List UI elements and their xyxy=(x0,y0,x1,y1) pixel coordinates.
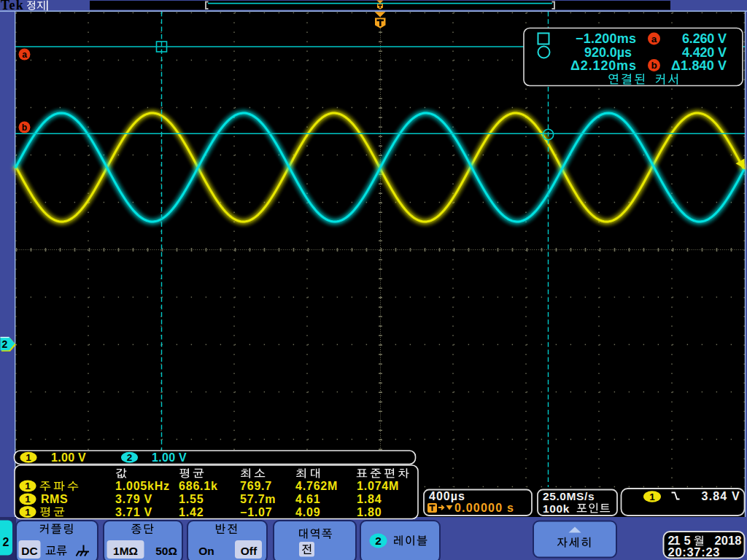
svg-text:6.260 V: 6.260 V xyxy=(682,31,727,46)
svg-text:RMS: RMS xyxy=(41,493,68,505)
svg-text:1: 1 xyxy=(26,452,31,463)
svg-text:b: b xyxy=(22,122,27,133)
svg-text:4.762M: 4.762M xyxy=(295,480,338,492)
svg-text:1.84: 1.84 xyxy=(357,493,382,505)
svg-text:25.0MS/s: 25.0MS/s xyxy=(543,490,595,502)
svg-text:1: 1 xyxy=(25,481,31,491)
svg-text:On: On xyxy=(198,545,214,557)
svg-text:Δ2.120ms: Δ2.120ms xyxy=(570,58,636,73)
svg-text:4.61: 4.61 xyxy=(295,493,320,505)
svg-text:2: 2 xyxy=(3,536,9,548)
svg-text:−1.200ms: −1.200ms xyxy=(576,31,636,46)
svg-text:1.80: 1.80 xyxy=(357,506,382,518)
svg-text:920.0µs: 920.0µs xyxy=(584,45,632,60)
svg-text:a: a xyxy=(22,50,27,60)
svg-text:1.00 V: 1.00 V xyxy=(51,451,86,464)
svg-text:400µs: 400µs xyxy=(429,490,465,502)
svg-text:4.09: 4.09 xyxy=(295,506,320,518)
svg-text:Tek: Tek xyxy=(1,0,24,12)
svg-text:1: 1 xyxy=(25,507,31,518)
svg-text:57.7m: 57.7m xyxy=(240,493,276,505)
svg-text:20:37:23: 20:37:23 xyxy=(668,545,720,559)
svg-text:b: b xyxy=(651,60,657,71)
svg-text:Off: Off xyxy=(241,545,258,557)
svg-text:a: a xyxy=(651,34,657,44)
svg-text:769.7: 769.7 xyxy=(240,480,272,492)
svg-text:3.79 V: 3.79 V xyxy=(115,493,152,505)
svg-text:0.00000 s: 0.00000 s xyxy=(454,502,514,514)
svg-text:686.1k: 686.1k xyxy=(179,480,218,492)
svg-text:1: 1 xyxy=(25,494,31,505)
svg-text:1.074M: 1.074M xyxy=(357,480,399,492)
svg-text:−1.07: −1.07 xyxy=(240,506,272,518)
svg-text:1.55: 1.55 xyxy=(179,493,204,505)
svg-text:DC: DC xyxy=(21,545,37,557)
svg-text:1.42: 1.42 xyxy=(179,506,204,518)
svg-text:2: 2 xyxy=(2,338,8,350)
svg-text:3.71 V: 3.71 V xyxy=(115,506,152,518)
svg-text:4.420 V: 4.420 V xyxy=(682,45,727,60)
svg-text:50Ω: 50Ω xyxy=(155,545,177,557)
svg-text:3.84 V: 3.84 V xyxy=(702,490,740,502)
svg-text:Δ1.840 V: Δ1.840 V xyxy=(671,58,727,73)
svg-text:1.00 V: 1.00 V xyxy=(152,451,187,464)
svg-text:2: 2 xyxy=(127,452,133,463)
svg-text:1MΩ: 1MΩ xyxy=(113,545,138,557)
svg-text:1.005kHz: 1.005kHz xyxy=(115,480,170,492)
svg-text:2: 2 xyxy=(375,534,382,547)
svg-text:100k: 100k xyxy=(543,502,570,515)
svg-text:1: 1 xyxy=(649,491,655,502)
